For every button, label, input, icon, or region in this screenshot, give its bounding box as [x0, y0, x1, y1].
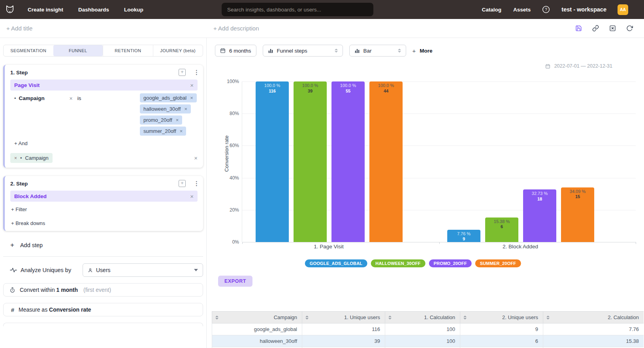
nav-item-dashboards[interactable]: Dashboards	[78, 7, 109, 13]
filter-property[interactable]: Campaign	[19, 95, 70, 101]
refresh-icon[interactable]	[626, 25, 633, 32]
date-range-display[interactable]: 2022-07-01 — 2022-12-31	[545, 63, 612, 69]
remove-event-icon[interactable]: ×	[190, 193, 194, 200]
export-button[interactable]: EXPORT	[218, 276, 252, 287]
table-row: halloween_30off39100615.38	[212, 335, 644, 347]
column-header-2-calculation[interactable]: 2. Calculation	[543, 312, 644, 323]
bar-pct: 100.0 %	[369, 83, 403, 89]
filter-value-label: promo_20off	[143, 117, 172, 123]
avatar[interactable]: AA	[618, 4, 628, 15]
add-and-condition[interactable]: + And	[14, 140, 198, 146]
app-logo-cat-icon[interactable]	[4, 4, 16, 15]
add-filter-icon[interactable]: +	[179, 180, 186, 187]
remove-value-icon[interactable]: ×	[184, 106, 187, 112]
legend-pill-halloween-30off[interactable]: HALLOWEEN_30OFF	[371, 259, 425, 267]
event-name[interactable]: Page Visit	[14, 82, 40, 88]
sort-icon[interactable]	[215, 316, 218, 320]
convert-value[interactable]: 1 month	[56, 287, 78, 293]
remove-breakdown-icon[interactable]: ×	[14, 155, 17, 161]
bar-summer-20off[interactable]: 34.09 %15	[561, 187, 594, 242]
step-title: Step	[16, 70, 28, 76]
step-menu-icon[interactable]: ⋮	[194, 69, 198, 76]
nav-item-catalog[interactable]: Catalog	[482, 7, 502, 13]
step-index: 2.	[10, 181, 15, 187]
measure-value[interactable]: Conversion rate	[49, 306, 91, 313]
x-axis-tick	[242, 242, 243, 244]
legend-pill-promo-20off[interactable]: PROMO_20OFF	[429, 259, 472, 267]
bar-google-ads-global[interactable]: 7.76 %9	[447, 230, 480, 242]
sort-icon[interactable]	[305, 316, 309, 320]
time-range-button[interactable]: 6 months	[215, 45, 256, 57]
search-input[interactable]	[222, 3, 373, 16]
view-select[interactable]: Funnel steps	[263, 45, 343, 57]
legend-pill-summer-20off[interactable]: SUMMER_20OFF	[475, 259, 521, 267]
bar-promo-20off[interactable]: 32.73 %18	[523, 189, 556, 242]
remove-breakdown-row-icon[interactable]: ×	[194, 155, 198, 161]
remove-value-icon[interactable]: ×	[180, 128, 183, 134]
measure-as-setting[interactable]: # Measure as Conversion rate	[3, 303, 203, 316]
tab-funnel[interactable]: FUNNEL	[53, 45, 103, 56]
remove-filter-icon[interactable]: ×	[70, 95, 73, 102]
copy-link-icon[interactable]	[592, 25, 599, 32]
legend-pill-google-ads-global[interactable]: GOOGLE_ADS_GLOBAL	[305, 259, 367, 267]
table-cell: 100	[385, 323, 460, 335]
column-header-1-unique-users[interactable]: 1. Unique users	[302, 312, 385, 323]
column-label: Campaign	[274, 314, 297, 320]
sort-icon[interactable]	[546, 316, 550, 320]
view-value: Funnel steps	[277, 48, 307, 54]
bar-promo-20off[interactable]: 100.0 %55	[331, 81, 365, 242]
bar-pct: 32.73 %	[523, 191, 556, 197]
tab-retention[interactable]: RETENTION	[103, 45, 153, 56]
filter-operator[interactable]: is	[77, 95, 81, 101]
sort-icon[interactable]	[388, 316, 392, 320]
help-icon[interactable]: ?	[542, 5, 550, 14]
add-step-button[interactable]: + Add step	[10, 241, 203, 249]
filter-value-chip[interactable]: summer_20off×	[140, 127, 186, 136]
add-filter-icon[interactable]: +	[179, 69, 186, 76]
add-filter-link[interactable]: + Filter	[11, 206, 198, 212]
more-button[interactable]: + More	[412, 47, 433, 54]
column-header-1-calculation[interactable]: 1. Calculation	[385, 312, 460, 323]
top-navbar: Create insightDashboardsLookup CatalogAs…	[0, 0, 644, 19]
sort-icon[interactable]	[463, 316, 467, 320]
filter-value-chip[interactable]: google_ads_global×	[140, 93, 197, 102]
table-cell: 7.76	[543, 323, 644, 335]
event-name[interactable]: Block Added	[14, 193, 47, 199]
column-header-2-unique-users[interactable]: 2. Unique users	[460, 312, 543, 323]
step-1-event-row[interactable]: Page Visit ×	[10, 79, 198, 91]
close-square-icon[interactable]	[609, 25, 616, 32]
filter-value-chip[interactable]: promo_20off×	[140, 115, 182, 125]
save-icon[interactable]	[575, 25, 582, 32]
plus-icon: +	[412, 47, 416, 54]
bar-count: 39	[294, 89, 327, 94]
remove-value-icon[interactable]: ×	[176, 117, 179, 123]
bar-pct: 34.09 %	[561, 189, 594, 195]
bar-halloween-30off[interactable]: 100.0 %39	[294, 81, 327, 242]
bar-google-ads-global[interactable]: 100.0 %116	[256, 81, 289, 242]
workspace-name[interactable]: test - workspace	[561, 6, 606, 13]
insight-type-tabs: SEGMENTATIONFUNNELRETENTIONJOURNEY (beta…	[3, 45, 203, 57]
add-breakdown-link[interactable]: + Break downs	[11, 220, 198, 226]
bar-summer-20off[interactable]: 100.0 %44	[369, 81, 403, 242]
convert-within-setting[interactable]: Convert within 1 month (first event)	[3, 283, 203, 297]
add-description-field[interactable]: + Add description	[213, 25, 259, 32]
analyze-entity-select[interactable]: Users	[83, 263, 203, 277]
step-menu-icon[interactable]: ⋮	[194, 180, 198, 187]
breakdown-chip[interactable]: × • Campaign	[10, 153, 53, 163]
step-2-event-row[interactable]: Block Added ×	[10, 191, 198, 202]
remove-value-icon[interactable]: ×	[190, 95, 193, 101]
filter-value-label: halloween_30off	[143, 106, 181, 112]
remove-event-icon[interactable]: ×	[190, 82, 194, 89]
select-arrows-icon	[398, 49, 401, 53]
nav-item-assets[interactable]: Assets	[513, 7, 531, 13]
tab-journey-beta[interactable]: JOURNEY (beta)	[153, 45, 203, 56]
add-title-field[interactable]: + Add title	[6, 25, 32, 32]
hash-icon: #	[9, 306, 16, 313]
tab-segmentation[interactable]: SEGMENTATION	[4, 45, 53, 56]
chart-type-select[interactable]: Bar	[349, 45, 406, 57]
column-header-campaign[interactable]: Campaign	[212, 312, 302, 323]
nav-item-lookup[interactable]: Lookup	[124, 7, 143, 13]
nav-item-create-insight[interactable]: Create insight	[28, 7, 63, 13]
filter-value-chip[interactable]: halloween_30off×	[140, 104, 191, 113]
bar-halloween-30off[interactable]: 15.38 %6	[485, 218, 518, 242]
